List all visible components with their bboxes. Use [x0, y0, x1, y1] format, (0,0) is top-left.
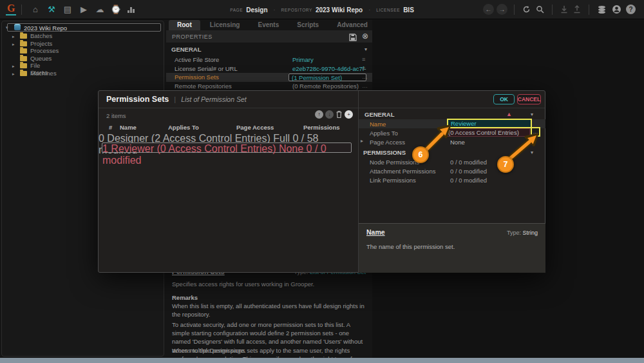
folder-icon	[20, 63, 27, 68]
ellipsis-button[interactable]: …	[362, 73, 368, 82]
user-icon[interactable]	[612, 5, 621, 14]
design-tools-icon[interactable]: ⚒	[46, 5, 57, 14]
forward-icon[interactable]: →	[497, 4, 507, 15]
properties-header: PROPERTIES ⊗	[166, 30, 372, 43]
applies-to-ellipsis-button[interactable]: …	[531, 127, 540, 137]
download-icon[interactable]	[560, 5, 568, 14]
annotation-step-7: 7	[497, 156, 514, 173]
doc-remarks-heading: Remarks	[172, 293, 366, 302]
property-label: Active File Store	[175, 55, 219, 64]
breadcrumb-separator: ·	[274, 6, 276, 13]
items-count: 2 items	[106, 112, 126, 119]
tab-events[interactable]: Events	[249, 20, 287, 30]
tree-item-label: Queues	[30, 55, 52, 62]
property-value[interactable]: (0 Remote Repositories)	[292, 82, 359, 91]
ok-button[interactable]: OK	[493, 94, 515, 104]
tree-item-label: Processes	[30, 47, 59, 54]
dialog-header: Permission Sets | List of Permission Set	[99, 91, 545, 108]
ellipsis-button[interactable]: …	[362, 82, 368, 91]
property-row-permission-sets[interactable]: Permission Sets (1 Permission Set) …	[166, 73, 372, 82]
collapse-chevron-icon[interactable]: ▾	[531, 112, 533, 117]
page-access-value[interactable]: None	[450, 138, 465, 146]
cell-page: None	[279, 143, 303, 154]
menu-icon[interactable]: ≡	[362, 55, 365, 64]
link-permissions-label[interactable]: Link Permissions	[370, 176, 416, 184]
imports-icon[interactable]: ☁	[94, 5, 105, 14]
properties-section-general[interactable]: GENERAL ▾	[166, 45, 372, 54]
applies-to-value[interactable]: (0 Access Control Entries)	[445, 128, 530, 137]
detail-section-general[interactable]: GENERAL	[365, 111, 394, 118]
tab-root[interactable]: Root	[169, 20, 200, 30]
help-type-value: String	[522, 230, 538, 236]
expand-caret-icon[interactable]: ▸	[361, 138, 363, 144]
detail-section-permissions[interactable]: PERMISSIONS	[363, 149, 406, 156]
tree-expand-caret-icon[interactable]: ▸	[12, 63, 15, 70]
stats-icon[interactable]	[128, 6, 135, 13]
upload-icon[interactable]	[573, 5, 581, 14]
repository-icon	[14, 24, 21, 30]
back-icon[interactable]: ←	[483, 4, 494, 15]
name-value-editor[interactable]: Reviewer	[447, 119, 532, 128]
table-header: # Name Applies To Page Access Permission…	[99, 123, 358, 132]
home-icon[interactable]: ⌂	[30, 5, 41, 14]
property-row-active-file-store[interactable]: Active File Store Primary ≡	[166, 55, 372, 64]
attachment-permissions-label[interactable]: Attachment Permissions	[370, 167, 435, 175]
tree-expand-caret-icon[interactable]: ▸	[12, 70, 15, 77]
column-num[interactable]: #	[109, 123, 112, 132]
add-icon[interactable]: +	[345, 110, 353, 119]
table-row-selected[interactable]: 1 Reviewer (0 Access Control Entries) No…	[102, 142, 352, 153]
tree-root-item[interactable]: 2023 Wiki Repo	[7, 23, 161, 32]
link-permissions-value[interactable]: 0 / 0 modified	[450, 176, 487, 184]
tree-item-label: Machines	[30, 70, 57, 77]
jobs-icon[interactable]: ⌚	[110, 5, 121, 14]
move-up-icon[interactable]: ↑	[315, 110, 323, 119]
attachment-permissions-value[interactable]: 0 / 0 modified	[450, 167, 487, 175]
permission-sets-value-editor[interactable]: (1 Permission Set)	[289, 74, 366, 82]
table-row[interactable]: 0 Designer (2 Access Control Entries) Fu…	[99, 133, 358, 142]
tree-expand-caret-icon[interactable]: ▸	[12, 41, 15, 48]
dropdown-chevron-icon[interactable]: ▾	[531, 139, 534, 144]
column-permissions[interactable]: Permissions	[303, 123, 340, 132]
page-access-label[interactable]: Page Access	[370, 138, 405, 146]
collapse-chevron-icon[interactable]: ▾	[531, 150, 533, 155]
refresh-icon[interactable]	[522, 5, 531, 14]
search-icon[interactable]	[536, 5, 544, 14]
property-row-remote-repositories[interactable]: Remote Repositories (0 Remote Repositori…	[166, 82, 372, 91]
collapse-chevron-icon[interactable]: ▾	[365, 46, 367, 52]
database-icon[interactable]	[597, 5, 607, 14]
app-window: G ⌂ ⚒ ▤ ▶ ☁ ⌚ PAGE Design · REPOSITORY 2…	[0, 0, 644, 363]
cancel-edit-icon[interactable]: ⊗	[362, 32, 368, 41]
applies-to-label[interactable]: Applies To	[370, 129, 398, 137]
node-permissions-value[interactable]: 0 / 0 modified	[450, 158, 487, 166]
breadcrumb-repo-value[interactable]: 2023 Wiki Repo	[316, 6, 363, 14]
property-help-box: Name Type: String The name of this permi…	[359, 223, 545, 273]
top-toolbar: G ⌂ ⚒ ▤ ▶ ☁ ⌚ PAGE Design · REPOSITORY 2…	[0, 0, 644, 19]
property-value[interactable]: Primary	[292, 55, 314, 64]
name-label[interactable]: Name	[370, 120, 386, 128]
move-down-icon[interactable]: ↓	[325, 110, 334, 119]
tree-expand-caret-icon[interactable]: ▸	[12, 33, 15, 40]
help-icon[interactable]: ?	[626, 5, 636, 14]
property-row-license-serial[interactable]: License Serial# or URL e2eb728c-9970-4d6…	[166, 64, 372, 74]
folder-icon	[20, 34, 27, 39]
delete-icon[interactable]	[336, 110, 343, 119]
column-name[interactable]: Name	[120, 123, 137, 132]
breadcrumb-page-value[interactable]: Design	[246, 6, 267, 14]
batches-icon[interactable]: ▤	[62, 5, 73, 14]
column-applies-to[interactable]: Applies To	[168, 123, 199, 132]
folder-icon	[20, 41, 27, 46]
doc-paragraph: When this list is empty, all authenticat…	[172, 302, 366, 319]
tab-advanced[interactable]: Advanced	[328, 20, 376, 30]
save-icon[interactable]	[349, 32, 357, 44]
grooper-logo[interactable]: G	[6, 3, 16, 15]
tab-scripts[interactable]: Scripts	[289, 20, 327, 30]
column-page-access[interactable]: Page Access	[236, 123, 274, 132]
review-icon[interactable]: ▶	[78, 5, 89, 14]
folder-icon	[20, 56, 27, 61]
tab-licensing[interactable]: Licensing	[202, 20, 249, 30]
node-permissions-label[interactable]: Node Permissions	[370, 158, 419, 166]
cancel-button[interactable]: CANCEL	[517, 94, 541, 104]
divider	[589, 5, 589, 15]
menu-icon[interactable]: ≡	[362, 64, 365, 74]
section-title: GENERAL	[171, 46, 201, 53]
